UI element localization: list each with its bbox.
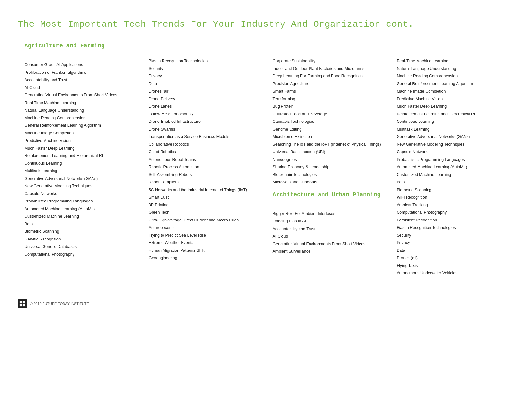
list-item: Microbiome Extinction [273,134,384,140]
list-item: Real-Time Machine Learning [25,100,135,106]
list-item: Ambient Tracking [397,202,507,208]
list-item: Smart Dust [149,195,260,201]
list-item: Drone Lanes [149,104,260,110]
list-item: Collaborative Robotics [149,142,260,148]
list-item: Precision Agriculture [273,81,384,87]
list-item: Indoor and Outdoor Plant Factories and M… [273,66,384,72]
list-item: Privacy [149,73,260,79]
list-item: WiFi Recognition [397,195,507,201]
list-item: Biometric Scanning [25,229,135,235]
list-item: Ultra-High-Voltage Direct Current and Ma… [149,218,260,223]
section-col4-0: Real-Time Machine LearningNatural Langua… [397,58,507,276]
list-item: Customized Machine Learning [397,172,507,178]
list-item: Sharing Economy & Lendership [273,164,384,170]
list-item: Genome Editing [273,127,384,132]
list-item: Multitask Learning [397,127,507,132]
list-item: Terraforming [273,96,384,102]
list-item: Consumer-Grade AI Applications [25,62,135,68]
list-item: Predictive Machine Vision [397,96,507,102]
list-item: Data [149,81,260,87]
list-item: Customized Machine Learning [25,214,135,220]
list-item: Generating Virtual Environments From Sho… [273,241,384,247]
list-item: Predictive Machine Vision [25,138,135,144]
list-item: Cannabis Technologies [273,119,384,125]
section-col3-1: Architecture and Urban PlanningBigger Ro… [273,191,384,255]
list-item: Biometric Scanning [397,187,507,193]
list-item: Accountability and Trust [25,77,135,83]
list-item: Computational Photography [397,210,507,216]
column-col3: Corporate SustainabilityIndoor and Outdo… [266,42,390,278]
list-item: Real-Time Machine Learning [397,58,507,64]
list-item: Corporate Sustainability [273,58,384,64]
list-item: Capsule Networks [25,191,135,197]
list-item: Drone-Enabled Infrastructure [149,119,260,125]
list-item: Ambient Surveillance [273,249,384,255]
svg-rect-0 [20,301,22,303]
list-item: Bug Protein [273,104,384,110]
list-item: Accountability and Trust [273,226,384,232]
list-item: Generative Adversarial Networks (GANs) [397,134,507,140]
list-item: Follow Me Autonomously [149,112,260,117]
section-col3-0: Corporate SustainabilityIndoor and Outdo… [273,58,384,185]
list-item: Privacy [397,240,507,246]
list-item: Reinforcement Learning and Hierarchical … [25,153,135,159]
list-item: Bots [397,180,507,185]
list-item: Robot Compilers [149,180,260,185]
list-item: AI Cloud [273,234,384,240]
column-col1: Agriculture and FarmingConsumer-Grade AI… [18,42,142,278]
list-item: General Reinforcement Learning Algorithm [25,123,135,129]
list-item: Transportation as a Service Business Mod… [149,134,260,140]
list-item: Ongoing Bias In AI [273,219,384,224]
list-item: New Generative Modeling Techniques [397,142,507,148]
list-item: Cultivated Food and Beverage [273,112,384,117]
list-item: Drones (all) [149,89,260,94]
section-col2-0: Bias in Recognition TechnologiesSecurity… [149,58,260,261]
list-item: Security [149,66,260,72]
section-header: Architecture and Urban Planning [273,191,384,207]
list-item: Bias in Recognition Technologies [397,225,507,231]
column-header-col1: Agriculture and Farming [25,42,135,58]
list-item: Drone Swarms [149,127,260,132]
logo-icon [19,301,25,307]
page-title: The Most Important Tech Trends For Your … [18,19,514,29]
list-item: Cloud Robotics [149,149,260,155]
list-item: Trying to Predict Sea Level Rise [149,233,260,239]
list-item: Smart Farms [273,89,384,94]
list-item: Automated Machine Learning (AutoML) [397,164,507,170]
list-item: Natural Language Understanding [397,66,507,72]
footer-logo [18,299,27,308]
list-item: Persistent Recognition [397,218,507,223]
svg-rect-1 [23,301,25,303]
list-item: Genetic Recognition [25,237,135,242]
list-item: Machine Reading Comprehension [25,115,135,121]
list-item: MicroSats and CubeSats [273,180,384,185]
svg-rect-2 [20,304,22,306]
list-item: Green Tech [149,210,260,216]
list-item: Reinforcement Learning and Hierarchical … [397,112,507,117]
list-item: New Generative Modeling Techniques [25,183,135,189]
list-item: Blockchain Technologies [273,172,384,178]
list-item: Data [397,248,507,254]
list-item: General Reinforcement Learning Algorithm [397,81,507,87]
list-item: Drone Delivery [149,96,260,102]
list-item: Drones (all) [397,255,507,261]
list-item: Much Faster Deep Learning [25,146,135,152]
list-item: Much Faster Deep Learning [397,104,507,110]
list-item: Generative Adversarial Networks (GANs) [25,176,135,182]
section-col1-0: Consumer-Grade AI ApplicationsProliferat… [25,62,135,257]
list-item: Computational Photography [25,252,135,258]
list-item: Bigger Role For Ambient Interfaces [273,211,384,217]
list-item: Nanodegrees [273,157,384,163]
list-item: Bots [25,221,135,227]
list-item: Autonomous Robot Teams [149,157,260,163]
page-wrapper: The Most Important Tech Trends For Your … [0,0,532,321]
list-item: Universal Basic Income (UBI) [273,149,384,155]
list-item: Machine Image Completion [397,89,507,94]
list-item: Anthropocene [149,225,260,231]
list-item: Universal Genetic Databases [25,244,135,250]
list-item: Autonomous Underwater Vehicles [397,270,507,276]
list-item: Probabilistic Programming Languages [25,199,135,204]
list-item: Continuous Learning [25,161,135,167]
list-item: Human Migration Patterns Shift [149,248,260,254]
list-item: Natural Language Understanding [25,108,135,113]
